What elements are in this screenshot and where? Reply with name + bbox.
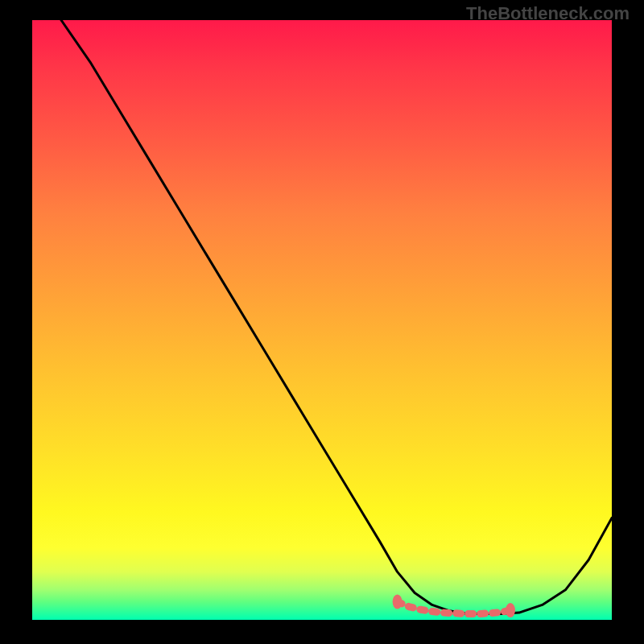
- svg-point-0: [393, 595, 402, 609]
- marker-dots: [393, 595, 515, 618]
- svg-point-1: [506, 603, 515, 617]
- watermark-text: TheBottleneck.com: [466, 3, 630, 24]
- chart-container: TheBottleneck.com: [0, 0, 644, 644]
- chart-svg: [32, 20, 612, 620]
- plot-area: [32, 20, 612, 620]
- bottleneck-curve: [61, 20, 612, 614]
